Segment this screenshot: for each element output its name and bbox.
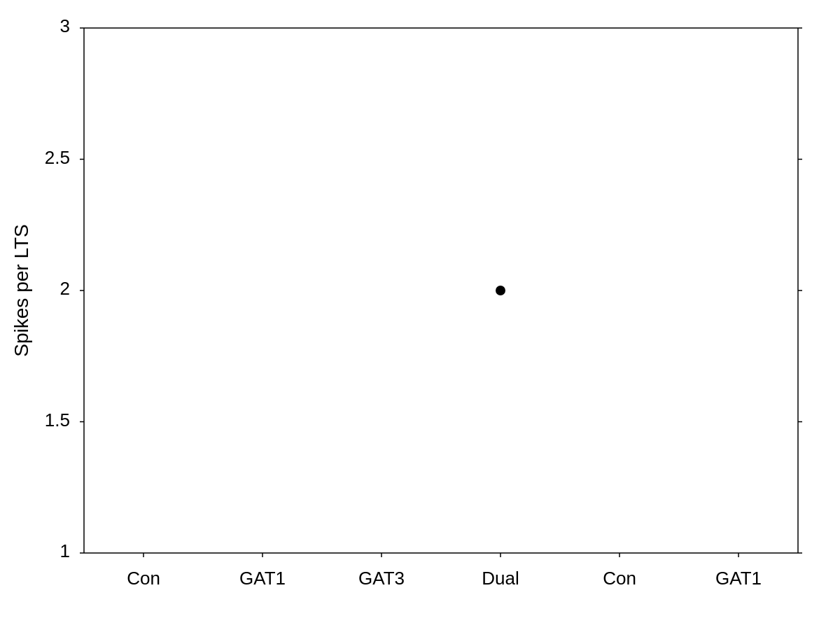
x-label-gat1-2: GAT1 [715,568,762,589]
y-tick-1-5: 1.5 [45,410,70,430]
data-point-dual-2 [496,286,505,295]
y-tick-2-5: 2.5 [45,147,70,168]
x-label-con2: Con [603,568,636,589]
y-axis-label: Spikes per LTS [10,224,32,356]
x-label-gat1-1: GAT1 [239,568,286,589]
y-tick-2: 2 [60,278,70,299]
y-tick-1: 1 [60,540,70,561]
x-label-gat3: GAT3 [358,568,405,589]
x-label-dual: Dual [482,568,519,589]
chart-container: 3 2.5 2 1.5 1 Con GAT1 GAT3 [0,0,840,630]
scatter-plot: 3 2.5 2 1.5 1 Con GAT1 GAT3 [0,0,840,630]
x-label-con1: Con [127,568,160,589]
y-tick-3: 3 [60,15,70,36]
